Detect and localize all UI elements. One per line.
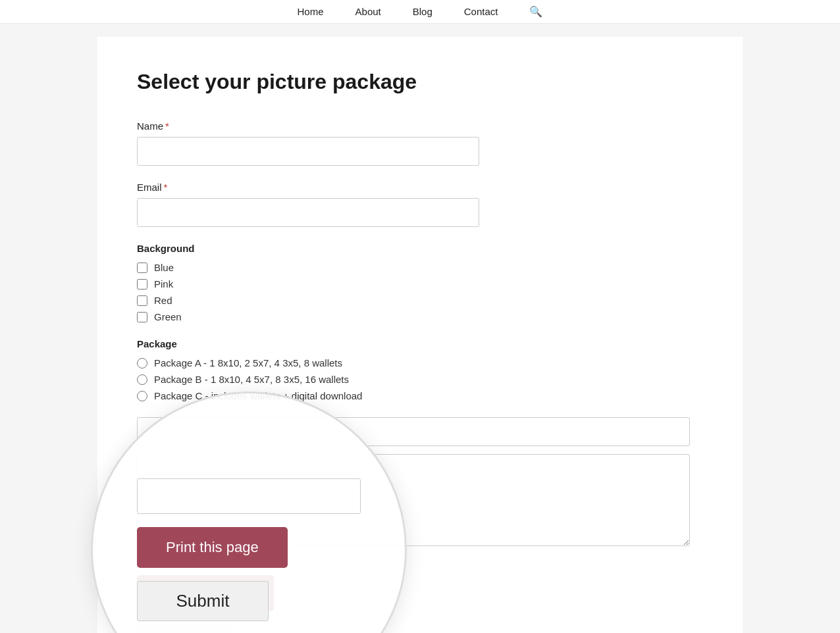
email-required-star: *: [164, 182, 168, 193]
package-group: Package Package A - 1 8x10, 2 5x7, 4 3x5…: [137, 338, 703, 401]
pkg-c-radio[interactable]: [137, 391, 147, 401]
name-required-star: *: [165, 120, 169, 132]
zoom-inner-content: Print this page Submit: [97, 452, 400, 634]
name-input[interactable]: [137, 137, 479, 166]
nav-home[interactable]: Home: [298, 6, 324, 17]
email-field-group: Email*: [137, 182, 703, 227]
content-card: Select your picture package Name* Email*…: [97, 37, 743, 633]
bg-red-label: Red: [154, 295, 172, 306]
pkg-c-label: Package C - includes wallets + digital d…: [154, 390, 362, 401]
bg-blue-item[interactable]: Blue: [137, 262, 703, 273]
background-label: Background: [137, 243, 703, 254]
bg-red-item[interactable]: Red: [137, 295, 703, 306]
bg-green-label: Green: [154, 311, 182, 322]
search-icon[interactable]: 🔍: [529, 5, 542, 18]
background-checkboxes: Blue Pink Red Green: [137, 262, 703, 322]
nav-contact[interactable]: Contact: [464, 6, 498, 17]
bg-pink-checkbox[interactable]: [137, 279, 147, 290]
bg-red-checkbox[interactable]: [137, 295, 147, 306]
pkg-a-label: Package A - 1 8x10, 2 5x7, 4 3x5, 8 wall…: [154, 357, 342, 368]
pkg-c-item[interactable]: Package C - includes wallets + digital d…: [137, 390, 703, 401]
package-radios: Package A - 1 8x10, 2 5x7, 4 3x5, 8 wall…: [137, 357, 703, 401]
zoom-extra-input[interactable]: [137, 478, 361, 514]
pkg-b-radio[interactable]: [137, 374, 147, 385]
bg-pink-item[interactable]: Pink: [137, 278, 703, 290]
name-field-group: Name*: [137, 120, 703, 166]
bg-blue-checkbox[interactable]: [137, 263, 147, 273]
bg-blue-label: Blue: [154, 262, 174, 273]
name-label: Name*: [137, 120, 703, 132]
zoom-print-button[interactable]: Print this page: [137, 527, 288, 568]
nav-blog[interactable]: Blog: [413, 6, 433, 17]
pkg-a-item[interactable]: Package A - 1 8x10, 2 5x7, 4 3x5, 8 wall…: [137, 357, 703, 368]
email-input[interactable]: [137, 198, 479, 227]
bg-pink-label: Pink: [154, 278, 173, 290]
background-group: Background Blue Pink Red Green: [137, 243, 703, 322]
main-nav: Home About Blog Contact 🔍: [0, 0, 840, 24]
extra-input[interactable]: [137, 417, 690, 446]
package-label: Package: [137, 338, 703, 349]
nav-about[interactable]: About: [355, 6, 381, 17]
bg-green-item[interactable]: Green: [137, 311, 703, 322]
pkg-b-label: Package B - 1 8x10, 4 5x7, 8 3x5, 16 wal…: [154, 374, 349, 385]
pkg-b-item[interactable]: Package B - 1 8x10, 4 5x7, 8 3x5, 16 wal…: [137, 374, 703, 385]
zoom-submit-button[interactable]: Submit: [137, 581, 269, 621]
email-label: Email*: [137, 182, 703, 193]
page-wrapper: Select your picture package Name* Email*…: [45, 37, 795, 633]
bg-green-checkbox[interactable]: [137, 312, 147, 322]
pkg-a-radio[interactable]: [137, 358, 147, 368]
page-title: Select your picture package: [137, 70, 703, 94]
